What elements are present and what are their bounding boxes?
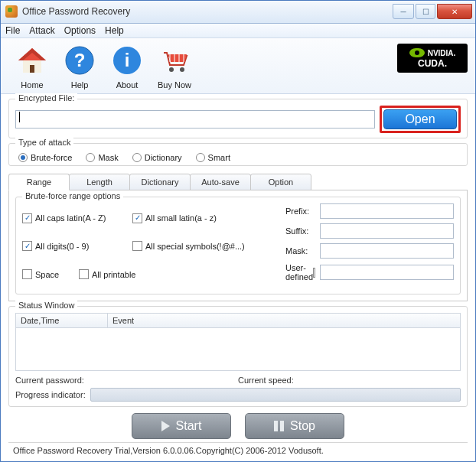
- tab-length[interactable]: Length: [69, 174, 130, 190]
- attack-type-legend: Type of attack: [15, 138, 73, 147]
- open-button-highlight: Open: [380, 106, 461, 133]
- checkbox-icon: [132, 241, 142, 251]
- check-space-label: Space: [35, 270, 59, 279]
- radio-dictionary[interactable]: Dictionary: [132, 153, 182, 162]
- minimize-button[interactable]: ─: [393, 4, 414, 19]
- prefix-input[interactable]: [320, 203, 454, 219]
- status-bar: Office Password Recovery Trial,Version 6…: [8, 442, 468, 455]
- check-caps-label: All caps latin(A - Z): [35, 213, 106, 223]
- nvidia-eye-icon: [409, 48, 425, 57]
- toolbar-about[interactable]: i About: [103, 42, 151, 89]
- svg-text:?: ?: [74, 50, 86, 70]
- col-datetime[interactable]: Date,Time: [16, 314, 108, 327]
- toolbar-help-label: Help: [56, 80, 103, 89]
- nvidia-label: NVIDIA.: [428, 49, 456, 57]
- tab-range[interactable]: Range: [8, 174, 70, 190]
- checkbox-icon: ✓: [132, 213, 142, 223]
- radio-icon: [18, 153, 28, 162]
- toolbar-home-label: Home: [8, 80, 56, 89]
- check-printable[interactable]: All printable: [79, 262, 178, 286]
- start-button-label: Start: [176, 419, 202, 433]
- tab-option[interactable]: Option: [250, 174, 311, 190]
- options-tabs: Range Length Dictionary Auto-save Option: [8, 174, 468, 190]
- toolbar-home[interactable]: Home: [8, 42, 56, 89]
- check-small-label: All small latin(a - z): [145, 213, 217, 223]
- userdef-input[interactable]: [320, 265, 454, 280]
- radio-bruteforce[interactable]: Brute-force: [18, 153, 72, 162]
- current-password-label: Current password:: [15, 376, 238, 385]
- help-icon: ?: [61, 42, 98, 79]
- start-button[interactable]: Start: [132, 413, 231, 439]
- window-title: Office Password Recovery: [22, 6, 391, 17]
- toolbar-buynow-label: Buy Now: [151, 80, 198, 89]
- radio-bruteforce-label: Brute-force: [31, 153, 72, 162]
- checkbox-icon: [79, 269, 89, 279]
- svg-point-9: [169, 67, 174, 72]
- tab-autosave[interactable]: Auto-save: [190, 174, 251, 190]
- radio-mask-label: Mask: [98, 153, 118, 162]
- status-window-group: Status Window Date,Time Event Current pa…: [8, 306, 468, 407]
- menu-attack[interactable]: Attack: [29, 25, 54, 36]
- home-icon: [14, 42, 51, 79]
- range-options-group: Brute-force range options ✓All caps lati…: [15, 197, 461, 294]
- check-symbols[interactable]: All special symbols(!@#...): [132, 235, 245, 259]
- menu-options[interactable]: Options: [64, 25, 96, 36]
- col-event[interactable]: Event: [108, 314, 460, 327]
- check-printable-label: All printable: [92, 270, 135, 279]
- maximize-button[interactable]: ☐: [416, 4, 435, 19]
- range-options-legend: Brute-force range options: [22, 191, 123, 200]
- about-icon: i: [109, 42, 145, 79]
- userdef-label: User-defined: [285, 263, 313, 281]
- cart-icon: [156, 42, 193, 79]
- title-bar[interactable]: Office Password Recovery ─ ☐ ✕: [1, 1, 475, 24]
- pause-icon: [274, 421, 284, 431]
- tab-body: Brute-force range options ✓All caps lati…: [8, 190, 468, 301]
- tab-dictionary[interactable]: Dictionary: [129, 174, 191, 190]
- prefix-label: Prefix:: [285, 207, 320, 216]
- check-small[interactable]: ✓All small latin(a - z): [132, 207, 232, 230]
- status-table[interactable]: Date,Time Event: [15, 313, 461, 371]
- mask-label: Mask:: [285, 246, 320, 255]
- toolbar-help[interactable]: ? Help: [56, 42, 103, 89]
- svg-text:i: i: [125, 50, 130, 70]
- radio-dictionary-label: Dictionary: [145, 153, 182, 162]
- status-window-legend: Status Window: [15, 301, 77, 310]
- toolbar: Home ? Help i About Buy Now NVIDIA. CU: [1, 38, 475, 94]
- encrypted-file-group: Encrypted File: Open: [8, 99, 468, 138]
- check-symbols-label: All special symbols(!@#...): [145, 242, 245, 251]
- radio-smart-label: Smart: [208, 153, 230, 162]
- checkbox-icon: ✓: [22, 213, 32, 223]
- radio-icon: [132, 153, 142, 162]
- menu-help[interactable]: Help: [105, 25, 124, 36]
- app-icon: [5, 5, 18, 18]
- svg-rect-2: [30, 65, 34, 73]
- toolbar-about-label: About: [103, 80, 151, 89]
- checkbox-icon: ✓: [22, 241, 32, 251]
- checkbox-icon: [22, 269, 32, 279]
- progress-label: Progress indicator:: [15, 390, 86, 399]
- radio-smart[interactable]: Smart: [196, 153, 230, 162]
- close-button[interactable]: ✕: [437, 4, 472, 19]
- svg-point-10: [180, 67, 184, 72]
- check-digits[interactable]: ✓All digits(0 - 9): [22, 235, 122, 259]
- mask-input[interactable]: [320, 243, 454, 259]
- open-button[interactable]: Open: [383, 109, 457, 129]
- radio-mask[interactable]: Mask: [86, 153, 118, 162]
- suffix-label: Suffix:: [285, 226, 320, 236]
- userdef-checkbox[interactable]: [313, 268, 315, 278]
- suffix-input[interactable]: [320, 223, 454, 239]
- encrypted-file-input[interactable]: [15, 110, 375, 129]
- check-caps[interactable]: ✓All caps latin(A - Z): [22, 207, 122, 230]
- menu-bar: File Attack Options Help: [1, 24, 475, 39]
- stop-button-label: Stop: [290, 419, 315, 433]
- encrypted-file-legend: Encrypted File:: [15, 93, 77, 102]
- toolbar-buynow[interactable]: Buy Now: [151, 42, 198, 89]
- current-speed-label: Current speed:: [238, 376, 461, 385]
- app-window: Office Password Recovery ─ ☐ ✕ File Atta…: [0, 0, 476, 462]
- check-space[interactable]: Space: [22, 262, 68, 286]
- radio-icon: [196, 153, 205, 162]
- check-digits-label: All digits(0 - 9): [35, 242, 89, 251]
- attack-type-group: Type of attack Brute-force Mask Dictiona…: [8, 143, 468, 166]
- stop-button[interactable]: Stop: [245, 413, 344, 439]
- menu-file[interactable]: File: [5, 25, 20, 36]
